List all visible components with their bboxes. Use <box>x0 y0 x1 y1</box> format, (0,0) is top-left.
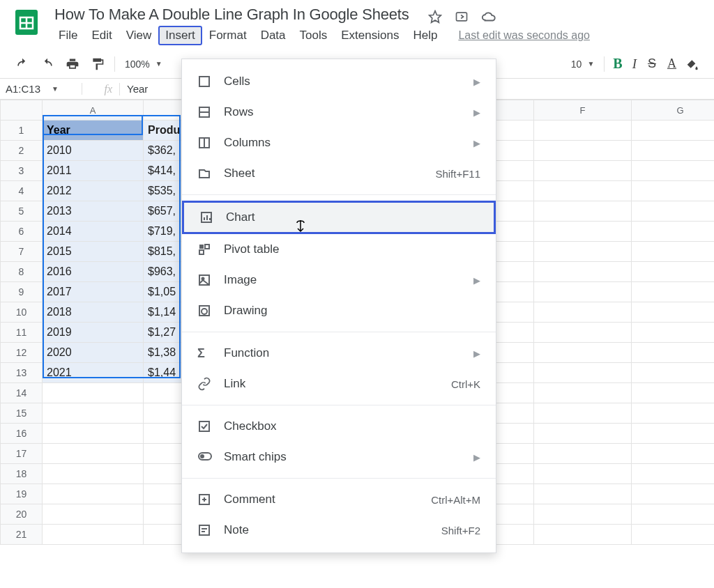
menu-item-drawing[interactable]: Drawing <box>182 295 496 326</box>
row-header[interactable]: 13 <box>1 363 43 383</box>
cell[interactable] <box>534 464 632 484</box>
cell[interactable] <box>534 161 632 181</box>
name-box[interactable]: A1:C13▼ <box>0 83 82 95</box>
cell[interactable] <box>534 181 632 201</box>
cell[interactable]: 2019 <box>43 323 144 343</box>
menu-help[interactable]: Help <box>406 26 444 45</box>
menu-item-note[interactable]: Note Shift+F2 <box>182 515 496 546</box>
menu-item-link[interactable]: Link Ctrl+K <box>182 369 496 399</box>
menu-item-cells[interactable]: Cells ▶ <box>182 66 496 97</box>
cell[interactable] <box>43 424 144 444</box>
cell[interactable] <box>43 444 144 464</box>
cell[interactable] <box>632 504 715 525</box>
menu-view[interactable]: View <box>119 26 159 45</box>
cell[interactable] <box>43 504 144 525</box>
cell[interactable]: 2013 <box>43 201 144 222</box>
undo-button[interactable] <box>10 54 35 74</box>
cell[interactable] <box>534 242 632 262</box>
cell[interactable] <box>632 141 715 161</box>
menu-format[interactable]: Format <box>202 26 254 45</box>
cell[interactable] <box>632 181 715 201</box>
row-header[interactable]: 9 <box>1 282 43 302</box>
menu-item-columns[interactable]: Columns ▶ <box>182 127 496 158</box>
cell[interactable] <box>534 121 632 141</box>
row-header[interactable]: 16 <box>1 424 43 444</box>
menu-edit[interactable]: Edit <box>84 26 119 45</box>
sheets-logo[interactable] <box>10 6 43 39</box>
row-header[interactable]: 19 <box>1 484 43 504</box>
last-edit-link[interactable]: Last edit was seconds ago <box>458 29 590 42</box>
row-header[interactable]: 5 <box>1 201 43 222</box>
cell[interactable] <box>632 464 715 484</box>
zoom-dropdown[interactable]: 100%▼ <box>119 56 168 72</box>
cell[interactable] <box>632 282 715 302</box>
menu-item-sheet[interactable]: Sheet Shift+F11 <box>182 158 496 189</box>
cell[interactable] <box>632 121 715 141</box>
menu-item-pivot[interactable]: Pivot table <box>182 234 496 265</box>
menu-item-rows[interactable]: Rows ▶ <box>182 97 496 127</box>
menu-tools[interactable]: Tools <box>293 26 335 45</box>
cell[interactable]: Year <box>43 121 144 141</box>
cell[interactable]: 2012 <box>43 181 144 201</box>
cell[interactable] <box>43 484 144 504</box>
row-header[interactable]: 17 <box>1 444 43 464</box>
italic-button[interactable]: I <box>627 56 642 72</box>
cell[interactable] <box>534 343 632 363</box>
cell[interactable] <box>534 444 632 464</box>
cell[interactable] <box>632 222 715 242</box>
bold-button[interactable]: B <box>609 56 626 72</box>
row-header[interactable]: 3 <box>1 161 43 181</box>
cell[interactable] <box>632 383 715 403</box>
cell[interactable] <box>632 484 715 504</box>
cell[interactable]: 2015 <box>43 242 144 262</box>
doc-title[interactable]: How To Make A Double Line Graph In Googl… <box>52 3 412 25</box>
cell[interactable]: 2014 <box>43 222 144 242</box>
menu-item-checkbox[interactable]: Checkbox <box>182 411 496 442</box>
row-header[interactable]: 7 <box>1 242 43 262</box>
cell[interactable] <box>43 525 144 545</box>
col-header-g[interactable]: G <box>632 100 715 121</box>
cell[interactable] <box>632 343 715 363</box>
strikethrough-button[interactable]: S <box>642 56 662 71</box>
cell[interactable] <box>534 282 632 302</box>
row-header[interactable]: 20 <box>1 504 43 525</box>
menu-data[interactable]: Data <box>254 26 293 45</box>
cell[interactable]: 2011 <box>43 161 144 181</box>
menu-insert[interactable]: Insert <box>158 26 202 45</box>
row-header[interactable]: 8 <box>1 262 43 282</box>
cell[interactable] <box>632 242 715 262</box>
cell[interactable] <box>632 323 715 343</box>
menu-item-chart[interactable]: Chart <box>182 201 496 234</box>
font-size-dropdown[interactable]: 10▼ <box>565 56 600 72</box>
cell[interactable] <box>632 302 715 323</box>
menu-item-comment[interactable]: Comment Ctrl+Alt+M <box>182 484 496 515</box>
menu-extensions[interactable]: Extensions <box>334 26 406 45</box>
text-color-button[interactable]: A <box>662 56 682 71</box>
move-icon[interactable] <box>455 10 469 24</box>
cell[interactable] <box>534 262 632 282</box>
menu-file[interactable]: File <box>52 26 84 45</box>
row-header[interactable]: 10 <box>1 302 43 323</box>
cell[interactable] <box>632 161 715 181</box>
redo-button[interactable] <box>35 54 60 74</box>
cell[interactable] <box>43 464 144 484</box>
cell[interactable] <box>43 403 144 424</box>
row-header[interactable]: 12 <box>1 343 43 363</box>
row-header[interactable]: 21 <box>1 525 43 545</box>
row-header[interactable]: 14 <box>1 383 43 403</box>
cell[interactable]: 2018 <box>43 302 144 323</box>
cell[interactable] <box>534 484 632 504</box>
cell[interactable] <box>632 403 715 424</box>
print-button[interactable] <box>60 54 85 74</box>
cell[interactable] <box>632 525 715 545</box>
cell[interactable] <box>632 201 715 222</box>
cloud-icon[interactable] <box>481 10 496 24</box>
cell[interactable] <box>534 424 632 444</box>
cell[interactable]: 2016 <box>43 262 144 282</box>
cell[interactable] <box>632 444 715 464</box>
cell[interactable] <box>632 363 715 383</box>
cell[interactable]: 2017 <box>43 282 144 302</box>
cell[interactable] <box>534 323 632 343</box>
cell[interactable] <box>534 525 632 545</box>
cell[interactable]: 2010 <box>43 141 144 161</box>
